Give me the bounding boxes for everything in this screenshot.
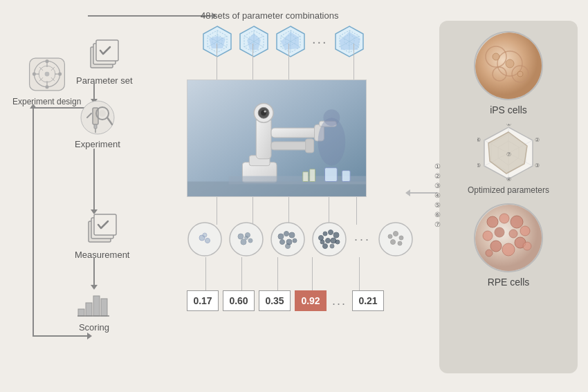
svg-text:①: ① <box>506 124 511 127</box>
svg-point-100 <box>293 239 297 243</box>
svg-point-111 <box>323 244 328 249</box>
hex-chart-4 <box>333 25 366 58</box>
optimized-params-label: Optimized parameters <box>468 185 549 195</box>
svg-rect-80 <box>303 172 309 182</box>
svg-point-106 <box>333 232 339 238</box>
robot-image <box>187 80 367 197</box>
svg-point-115 <box>394 232 398 236</box>
param-num-7: ⑦ <box>434 221 441 228</box>
svg-point-70 <box>264 111 266 113</box>
ips-cells-label: iPS cells <box>490 104 527 115</box>
measurement-icon <box>83 209 121 247</box>
param-num-2: ② <box>434 172 441 180</box>
svg-rect-75 <box>306 139 314 153</box>
right-panel: iPS cells ① ② ③ ④ ⑤ ⑥ <box>439 21 578 373</box>
vert-line-r3 <box>288 197 289 225</box>
scoring-row: 0.17 0.60 0.35 0.92 ... 0.21 <box>187 290 384 311</box>
cell-circle-3 <box>270 221 306 257</box>
param-set-step: Parameter set <box>76 35 133 86</box>
svg-point-97 <box>289 232 295 238</box>
param-set-icon <box>85 35 123 73</box>
svg-point-7 <box>45 59 48 63</box>
vert-line-r4 <box>329 197 329 225</box>
svg-point-86 <box>205 239 210 243</box>
svg-point-151 <box>509 230 517 238</box>
svg-point-104 <box>323 232 327 236</box>
ips-cell-image <box>474 31 543 100</box>
score-box-4: 0.92 <box>295 290 327 311</box>
ips-cell-svg <box>475 32 543 100</box>
rpe-cells-section: RPE cells <box>474 203 543 288</box>
svg-point-93 <box>245 236 248 240</box>
hex-chart-2 <box>237 25 270 58</box>
scoring-step: Scoring <box>76 285 112 333</box>
svg-rect-33 <box>101 299 107 316</box>
score-box-3: 0.35 <box>259 290 291 311</box>
experiment-step: Experiment <box>75 98 120 149</box>
rpe-cell-image <box>474 203 543 272</box>
param-set-label: Parameter set <box>76 75 133 86</box>
svg-point-113 <box>379 223 412 256</box>
svg-point-116 <box>399 236 403 240</box>
main-container: Experiment design Parameter set <box>0 0 588 392</box>
right-panel-arrow <box>410 192 437 194</box>
svg-point-101 <box>286 244 291 249</box>
svg-rect-31 <box>86 303 92 316</box>
svg-rect-32 <box>93 296 100 316</box>
svg-point-152 <box>523 242 531 250</box>
vert-score-3 <box>277 257 278 293</box>
param-num-1: ① <box>434 162 441 170</box>
svg-point-153 <box>486 250 493 256</box>
svg-point-92 <box>248 239 252 243</box>
param-hexagons: ··· <box>201 25 366 58</box>
score-dots: ... <box>332 294 347 308</box>
svg-point-142 <box>487 216 498 227</box>
cycle-arrow-vertical <box>33 107 34 335</box>
svg-rect-71 <box>271 128 319 138</box>
measurement-row: ··· <box>187 221 414 257</box>
arrow-1 <box>93 82 95 99</box>
param-flow-arrow <box>88 15 212 17</box>
svg-point-143 <box>499 214 509 223</box>
svg-point-89 <box>238 234 244 239</box>
param-num-3: ③ <box>434 182 441 189</box>
svg-point-107 <box>320 240 324 244</box>
rpe-cells-label: RPE cells <box>488 277 530 288</box>
svg-point-103 <box>319 236 324 241</box>
svg-point-110 <box>336 240 340 244</box>
svg-point-11 <box>44 72 49 77</box>
svg-text:②: ② <box>535 137 540 143</box>
param-num-5: ⑤ <box>434 201 441 209</box>
svg-point-112 <box>330 244 334 248</box>
vert-line-1 <box>217 44 217 80</box>
arrow-2 <box>93 149 95 209</box>
svg-text:③: ③ <box>535 162 540 169</box>
cell-circle-1 <box>187 221 223 257</box>
vert-line-r2 <box>252 197 253 225</box>
svg-point-145 <box>520 226 530 236</box>
svg-rect-30 <box>78 309 84 316</box>
svg-rect-21 <box>94 124 97 129</box>
svg-point-150 <box>495 227 504 237</box>
svg-point-108 <box>326 239 331 243</box>
arrow-3 <box>93 257 95 285</box>
svg-point-149 <box>483 231 493 241</box>
svg-point-147 <box>502 243 515 256</box>
vert-score-2 <box>241 257 242 293</box>
optimized-hex-chart: ① ② ③ ④ ⑤ ⑥ ⑦ <box>477 124 540 183</box>
param-numbers-left: ① ② ③ ④ ⑤ ⑥ ⑦ <box>434 162 441 228</box>
svg-text:⑦: ⑦ <box>506 151 511 158</box>
measurement-dots: ··· <box>354 232 371 247</box>
svg-point-98 <box>280 240 285 245</box>
svg-rect-74 <box>271 142 309 150</box>
optimized-params-section: ① ② ③ ④ ⑤ ⑥ ⑦ Optimized parameters <box>468 124 549 195</box>
param-sets-area: 48 sets of parameter combinations <box>201 10 366 58</box>
rpe-cell-svg <box>475 205 543 272</box>
svg-rect-79 <box>342 171 350 182</box>
svg-rect-78 <box>324 168 337 182</box>
svg-rect-81 <box>310 169 315 182</box>
vert-line-r5 <box>356 197 357 225</box>
svg-point-8 <box>45 85 48 88</box>
score-box-2: 0.60 <box>223 290 255 311</box>
scoring-label: Scoring <box>79 322 109 333</box>
